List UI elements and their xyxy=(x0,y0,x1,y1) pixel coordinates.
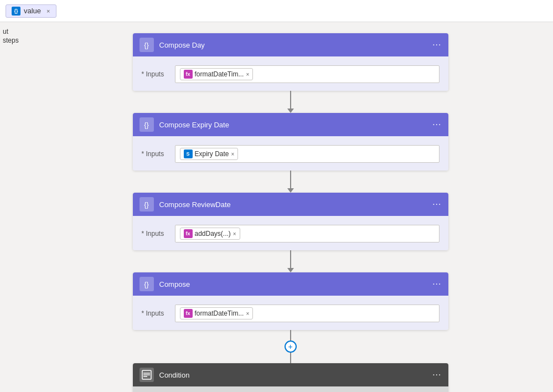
tab-value[interactable]: {} value × xyxy=(6,4,56,18)
top-bar: {} value × xyxy=(0,0,553,22)
tab-label: value xyxy=(24,7,41,15)
tab-icon: {} xyxy=(12,7,20,16)
tab-close-button[interactable]: × xyxy=(46,8,50,14)
